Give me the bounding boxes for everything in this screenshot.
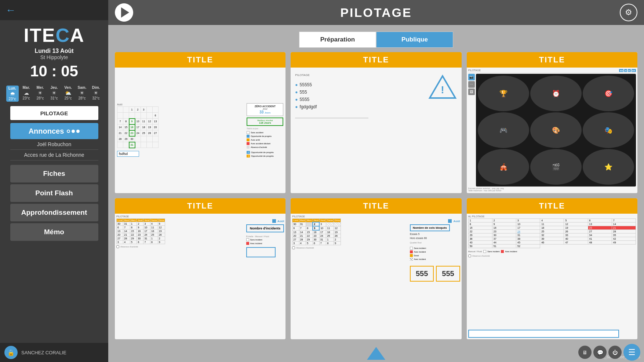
- card-5-body: PILOTAGE Lund Mard Merc Jeud Vend Sa: [291, 214, 461, 339]
- dot-1: [67, 130, 70, 133]
- settings-button[interactable]: ⚙: [620, 4, 637, 21]
- absence-checkbox-5[interactable]: [292, 246, 295, 249]
- card-4-header: TITLE: [115, 198, 285, 214]
- incidents-empty-box: [246, 247, 276, 257]
- nav-icon-1[interactable]: ◀◀: [619, 69, 623, 72]
- annonce-item-2[interactable]: Acces rue de La Richonne: [10, 150, 98, 160]
- card5-numbers: 555 555: [410, 266, 460, 282]
- bloque-box: Nombre de cols bloqués: [410, 224, 450, 231]
- camera-icon[interactable]: 📷: [468, 74, 475, 80]
- weather-day-6: Dim. ☀ 32°c: [90, 86, 102, 102]
- incidents-box: Nombre d'incidents: [246, 224, 284, 232]
- point-flash-button[interactable]: Point Flash: [10, 184, 98, 202]
- tab-row: Préparation Publique: [108, 32, 644, 48]
- time-display: 10 : 05: [30, 62, 78, 80]
- month-dot-5: [448, 219, 452, 223]
- card-1-body: Août 123 6 78910111213 14151617181920 21…: [115, 68, 285, 193]
- annonces-button[interactable]: Annonces: [10, 123, 98, 139]
- memo-button[interactable]: Mémo: [10, 223, 98, 241]
- main-area: PILOTAGE ⚙ Préparation Publique TITLE Ao…: [108, 0, 644, 362]
- month-label-4: Août: [277, 220, 284, 223]
- card-5: TITLE PILOTAGE Lund Mard Merc Jeud: [291, 198, 461, 339]
- weather-day-5: Sam. ☀ 28°c: [76, 86, 88, 102]
- monitor-button[interactable]: 🖥: [578, 346, 592, 359]
- card-3-header: TITLE: [467, 52, 637, 68]
- card-5-header: TITLE: [291, 198, 461, 214]
- annonce-item-1[interactable]: Joël Robuchon: [10, 139, 98, 150]
- card6-input-area: [468, 330, 636, 338]
- list-item-1: 55555: [295, 81, 420, 88]
- nav-icon-2[interactable]: ◀: [624, 69, 627, 72]
- main-title: PILOTAGE: [340, 6, 412, 20]
- dots-icon[interactable]: ⋯: [468, 81, 475, 88]
- image-icon[interactable]: 🖼: [468, 88, 475, 95]
- bottom-bar: _6e63eeee_180705 🖥 💬 ⏻ ☰: [108, 344, 644, 362]
- card-6: TITLE AL PILOTAGE 1234567 891011121314: [467, 198, 637, 339]
- card-1: TITLE Août 123 6 78910111213 14151617181…: [115, 52, 285, 193]
- card-3: TITLE PILOTAGE ◀◀ ◀ ▶ ▶▶ 📷: [467, 52, 637, 193]
- card5-pilotage-label: PILOTAGE: [292, 215, 460, 218]
- power-button[interactable]: ⏻: [608, 346, 622, 359]
- grid-icon-9: ⭐: [583, 149, 634, 185]
- grid-icon-6: 🎭: [583, 112, 634, 148]
- card4-pilotage-label: PILOTAGE: [116, 215, 284, 218]
- fiches-button[interactable]: Fiches: [10, 165, 98, 182]
- nav-icon-4[interactable]: ▶▶: [632, 69, 636, 72]
- approfondissement-button[interactable]: Approfondissement: [10, 204, 98, 221]
- zero-accident-label: ZÉRO ACCIDENT: [248, 105, 281, 108]
- weather-strip: Lun. 🌧 23°c Mar. ☁ 23°c Mer. ☀ 28°c Jeu.…: [0, 84, 108, 103]
- weather-day-1: Mar. ☁ 23°c: [20, 86, 33, 102]
- main-header: PILOTAGE ⚙: [108, 0, 644, 25]
- date-display: Lundi 13 Août: [34, 48, 73, 54]
- essais-label: Essais 5: [410, 233, 419, 235]
- grid-icon-8: 🎬: [530, 149, 582, 185]
- card6-label: AL PILOTAGE: [468, 215, 636, 218]
- card-3-body: PILOTAGE ◀◀ ◀ ▶ ▶▶ 📷 ⋯ 🖼: [467, 68, 637, 193]
- sidebar-bottom: 🔒 SANCHEZ CORALIE: [0, 343, 108, 362]
- grid-icon-1: 🏆: [478, 76, 529, 111]
- number-box-2: 555: [436, 266, 460, 282]
- card-2-header: TITLE: [291, 52, 461, 68]
- play-button[interactable]: [115, 3, 133, 22]
- qualité-label: Qualité Rod: [410, 242, 422, 244]
- absence-checkbox-6[interactable]: [468, 254, 471, 257]
- card3-caption: Formats photos autorisé : .png .jpg .png…: [468, 187, 636, 192]
- month-label-5: Août: [453, 220, 460, 223]
- scroll-up-button[interactable]: [367, 347, 385, 360]
- pilotage-label[interactable]: PILOTAGE: [10, 106, 98, 120]
- annonces-dots: [67, 130, 80, 133]
- card-2-body: PILOTAGE 55555 555 5555 fgdgdgdf !: [291, 68, 461, 193]
- card-4: TITLE PILOTAGE Lund Mard Merc Jeud: [115, 198, 285, 339]
- meilleur-result: Meilleur résultat 116 Jours: [247, 117, 283, 126]
- user-name: SANCHEZ CORALIE: [21, 350, 66, 355]
- input-fsdfsd[interactable]: [117, 151, 139, 157]
- play-icon: [121, 7, 129, 18]
- weather-day-0: Lun. 🌧 23°c: [6, 86, 19, 102]
- hors-essais-label: Hors essais 66: [410, 237, 427, 239]
- card-4-body: PILOTAGE Lund Mard Merc Jeud Vend Sa: [115, 214, 285, 339]
- chat-button[interactable]: 💬: [593, 346, 607, 359]
- weather-day-3: Jeu. ☀ 31°c: [48, 86, 61, 102]
- weather-day-2: Mer. ☀ 28°c: [34, 86, 47, 102]
- accident-count: 33 Jours: [248, 110, 281, 114]
- grid-icon-3: 🎯: [583, 76, 634, 111]
- absence-label-6: Absence d'activité: [468, 254, 636, 257]
- lock-icon[interactable]: 🔒: [4, 346, 18, 359]
- tab-preparation[interactable]: Préparation: [299, 32, 376, 48]
- card-2: TITLE PILOTAGE 55555 555 5555 fgdgdgdf: [291, 52, 461, 193]
- grid-icon-2: ⏰: [530, 76, 582, 111]
- sidebar-top-bar: ←: [0, 0, 108, 20]
- card2-list: 55555 555 5555 fgdgdgdf: [295, 81, 420, 111]
- dot-2: [72, 130, 75, 133]
- logo: ITECA: [23, 26, 84, 45]
- back-button[interactable]: ←: [6, 4, 16, 16]
- legend-label-4: Échelle : Manuel / Fluid: [246, 235, 269, 238]
- cards-area: TITLE Août 123 6 78910111213 14151617181…: [108, 52, 644, 344]
- absence-checkbox-4[interactable]: [116, 245, 119, 248]
- list-item-4: fgdgdgdf: [295, 103, 420, 111]
- card6-input[interactable]: [468, 330, 619, 338]
- tab-publique[interactable]: Publique: [376, 32, 453, 48]
- menu-button[interactable]: ☰: [623, 344, 640, 361]
- nav-icon-3[interactable]: ▶: [628, 69, 631, 72]
- card-1-header: TITLE: [115, 52, 285, 68]
